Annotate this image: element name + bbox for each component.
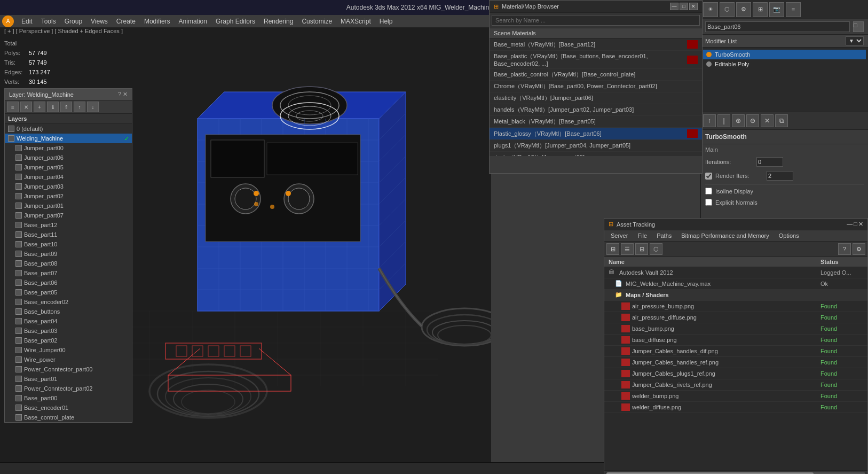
layer-item-7[interactable]: Jumper_part02 — [5, 191, 132, 201]
menu-modifiers[interactable]: Modifiers — [140, 17, 175, 26]
layer-item-27[interactable]: Power_Conntector_part02 — [5, 384, 132, 393]
layer-item-22[interactable]: Base_part02 — [5, 336, 132, 345]
menu-views[interactable]: Views — [86, 17, 112, 26]
ts-isoline-check[interactable] — [705, 188, 712, 195]
at-settings-btn[interactable]: ⚙ — [853, 243, 865, 255]
at-scrollbar-thumb[interactable] — [606, 472, 814, 475]
layer-item-21[interactable]: Base_part03 — [5, 326, 132, 336]
layer-item-10[interactable]: Base_part12 — [5, 220, 132, 230]
at-tb-btn-2[interactable]: ⊟ — [635, 243, 648, 255]
layers-tb-btn-2[interactable]: + — [34, 102, 45, 112]
modifier-editable-poly[interactable]: Editable Poly — [703, 59, 866, 69]
layers-tb-btn-3[interactable]: ⇓ — [47, 102, 59, 112]
mat-item-9[interactable]: rivets（VRayMtl）[Jumper_part00] — [490, 152, 702, 156]
mod-nav-add[interactable]: ⊕ — [732, 114, 745, 127]
layer-item-3[interactable]: Jumper_part06 — [5, 153, 132, 162]
layer-item-15[interactable]: Base_part07 — [5, 268, 132, 278]
mat-browser-minimize[interactable]: — — [670, 3, 678, 10]
layer-item-2[interactable]: Jumper_part00 — [5, 143, 132, 153]
at-item-2[interactable]: 📁Maps / Shaders — [604, 290, 867, 301]
layers-tb-btn-0[interactable]: ≡ — [7, 102, 19, 112]
rt-btn-3[interactable]: ⊞ — [753, 2, 768, 17]
rt-btn-1[interactable]: ⬡ — [720, 2, 735, 17]
layer-item-16[interactable]: Base_part06 — [5, 278, 132, 287]
mat-item-6[interactable]: Metal_black（VRayMtl）[Base_part05] — [490, 116, 702, 128]
menu-create[interactable]: Create — [112, 17, 140, 26]
mat-browser-close[interactable]: ✕ — [689, 3, 698, 10]
mat-item-1[interactable]: Base_plastic（VRayMtl）[Base_buttons, Base… — [490, 51, 702, 69]
layer-item-5[interactable]: Jumper_part04 — [5, 172, 132, 182]
ts-render-iters-check[interactable] — [705, 173, 712, 180]
at-item-9[interactable]: Jumper_Cables_plugs1_ref.pngFound — [604, 368, 867, 379]
menu-maxscript[interactable]: MAXScript — [336, 17, 375, 26]
at-scrollbar[interactable] — [604, 470, 867, 474]
at-menu-paths[interactable]: Paths — [652, 231, 676, 240]
rt-btn-4[interactable]: 📷 — [769, 2, 784, 17]
layer-item-0[interactable]: 0 (default) — [5, 124, 132, 134]
at-scrollbar-track[interactable] — [606, 472, 865, 475]
layer-item-12[interactable]: Base_part10 — [5, 239, 132, 249]
layer-item-30[interactable]: Base_control_plate — [5, 413, 132, 422]
at-item-0[interactable]: 🏛Autodesk Vault 2012Logged O... — [604, 267, 867, 278]
at-menu-options[interactable]: Options — [775, 231, 803, 240]
ts-iterations-input[interactable] — [756, 157, 783, 167]
at-item-10[interactable]: Jumper_Cables_rivets_ref.pngFound — [604, 379, 867, 391]
layers-tb-btn-4[interactable]: ⇑ — [60, 102, 72, 112]
mat-list[interactable]: Base_metal（VRayMtl）[Base_part12]Base_pla… — [490, 38, 702, 156]
layer-item-23[interactable]: Wire_Jumper00 — [5, 345, 132, 355]
layer-item-29[interactable]: Base_encoder01 — [5, 403, 132, 413]
at-item-6[interactable]: base_diffuse.pngFound — [604, 335, 867, 346]
at-tb-btn-1[interactable]: ☰ — [621, 243, 634, 255]
at-close[interactable]: ✕ — [858, 221, 863, 228]
menu-help[interactable]: Help — [375, 17, 397, 26]
layer-item-6[interactable]: Jumper_part03 — [5, 182, 132, 191]
layer-item-13[interactable]: Base_part09 — [5, 249, 132, 259]
mod-nav-pipe[interactable]: | — [717, 114, 730, 127]
at-tb-btn-0[interactable]: ⊞ — [606, 243, 619, 255]
layer-item-26[interactable]: Base_part01 — [5, 374, 132, 384]
layer-item-24[interactable]: Wire_power — [5, 355, 132, 364]
layers-tb-btn-5[interactable]: ↑ — [74, 102, 85, 112]
layer-item-1[interactable]: Welding_Machine✓ — [5, 134, 132, 143]
modifier-turbosmooth[interactable]: TurboSmooth — [703, 50, 866, 59]
at-item-7[interactable]: Jumper_Cables_handles_dif.pngFound — [604, 346, 867, 357]
base-part-btn[interactable]: □ — [853, 21, 864, 32]
at-menu-server[interactable]: Server — [606, 231, 632, 240]
at-help-btn[interactable]: ? — [838, 243, 851, 255]
mod-nav-copy[interactable]: ⧉ — [775, 114, 788, 127]
at-item-5[interactable]: base_bump.pngFound — [604, 323, 867, 335]
mat-browser-maximize[interactable]: □ — [680, 3, 688, 10]
layers-close-button[interactable]: ✕ — [123, 91, 128, 98]
layer-item-4[interactable]: Jumper_part05 — [5, 162, 132, 172]
menu-tools[interactable]: Tools — [37, 17, 60, 26]
mat-item-5[interactable]: handels（VRayMtl）[Jumper_part02, Jumper_p… — [490, 104, 702, 116]
layer-item-14[interactable]: Base_part08 — [5, 259, 132, 268]
mat-item-0[interactable]: Base_metal（VRayMtl）[Base_part12] — [490, 38, 702, 51]
at-item-11[interactable]: welder_bump.pngFound — [604, 391, 867, 402]
menu-customize[interactable]: Customize — [297, 17, 336, 26]
at-menu-file[interactable]: File — [633, 231, 651, 240]
menu-rendering[interactable]: Rendering — [259, 17, 297, 26]
at-restore[interactable]: □ — [854, 221, 857, 228]
layer-item-9[interactable]: Jumper_part07 — [5, 211, 132, 220]
base-part-input[interactable] — [705, 21, 850, 32]
menu-edit[interactable]: Edit — [17, 17, 37, 26]
layer-item-20[interactable]: Base_part04 — [5, 316, 132, 326]
at-list[interactable]: 🏛Autodesk Vault 2012Logged O...📄MIG_Weld… — [604, 267, 867, 470]
mod-nav-up[interactable]: ↑ — [703, 114, 716, 127]
ts-explicit-check[interactable] — [705, 199, 712, 206]
at-item-8[interactable]: Jumper_Cables_handles_ref.pngFound — [604, 357, 867, 368]
layers-help-button[interactable]: ? — [118, 91, 121, 98]
rt-btn-5[interactable]: ≡ — [786, 2, 801, 17]
layer-item-17[interactable]: Base_part05 — [5, 287, 132, 297]
at-item-4[interactable]: air_pressure_diffuse.pngFound — [604, 312, 867, 323]
at-menu-bitmap[interactable]: Bitmap Performance and Memory — [677, 231, 773, 240]
ts-render-iters-input[interactable] — [767, 171, 793, 181]
rt-btn-0[interactable]: ☀ — [703, 2, 718, 17]
mat-item-7[interactable]: Plastic_glossy（VRayMtl）[Base_part06] — [490, 128, 702, 140]
mat-item-8[interactable]: plugs1（VRayMtl）[Jumper_part04, Jumper_pa… — [490, 140, 702, 152]
mat-item-3[interactable]: Chrome（VRayMtl）[Base_part00, Power_Connt… — [490, 81, 702, 92]
layer-item-28[interactable]: Base_part00 — [5, 393, 132, 403]
layer-item-18[interactable]: Base_encoder02 — [5, 297, 132, 307]
layer-item-19[interactable]: Base_buttons — [5, 307, 132, 316]
